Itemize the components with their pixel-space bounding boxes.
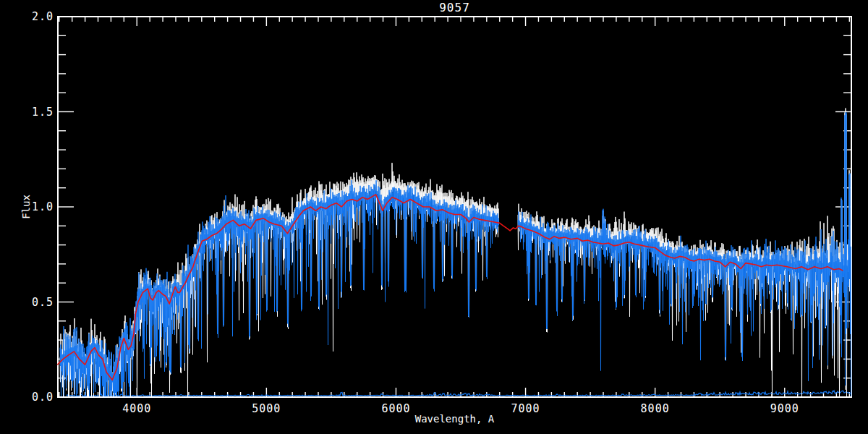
y-axis-label: Flux [20,195,32,219]
y-tick-label: 1.0 [32,200,54,213]
spectrum-plot-svg: 4000500060007000800090000.00.51.01.52.0 [0,0,868,434]
observed-spectrum-line [518,112,851,396]
chart-title: 9057 [58,1,851,14]
y-tick-label: 0.5 [32,296,54,309]
spectrum-plot-window: 4000500060007000800090000.00.51.01.52.0 … [0,0,868,434]
x-axis-label: Wavelength, A [58,413,851,425]
y-tick-label: 0.0 [32,391,54,404]
y-tick-label: 1.5 [32,106,54,119]
observed-spectrum-line [60,180,499,396]
y-tick-label: 2.0 [32,10,54,23]
